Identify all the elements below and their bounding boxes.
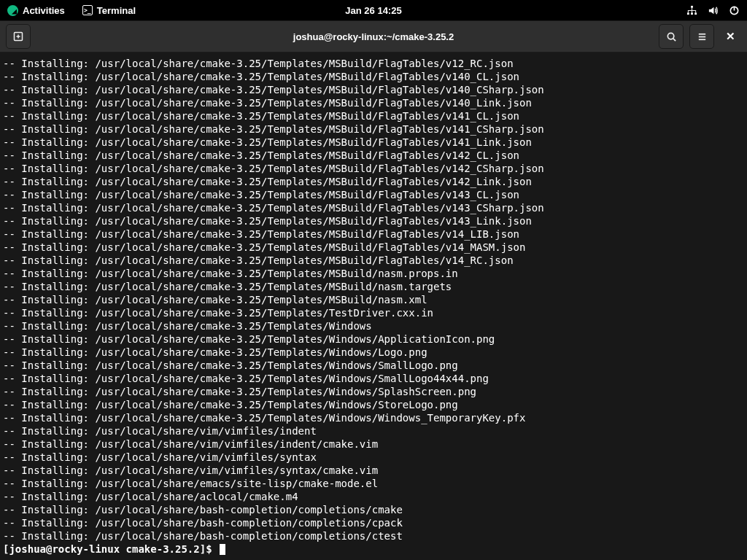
output-line: -- Installing: /usr/local/share/cmake-3.… xyxy=(3,254,744,267)
cursor xyxy=(220,544,225,555)
output-line: -- Installing: /usr/local/share/vim/vimf… xyxy=(3,424,744,438)
shell-prompt[interactable]: [joshua@rocky-linux cmake-3.25.2]$ xyxy=(3,542,744,556)
app-menu-terminal[interactable]: >_ Terminal xyxy=(82,5,136,16)
output-line: -- Installing: /usr/local/share/cmake-3.… xyxy=(3,83,744,96)
output-line: -- Installing: /usr/local/share/cmake-3.… xyxy=(3,57,744,70)
svg-rect-0 xyxy=(691,5,693,7)
output-line: -- Installing: /usr/local/share/aclocal/… xyxy=(3,490,744,503)
output-line: -- Installing: /usr/local/share/cmake-3.… xyxy=(3,188,744,201)
output-line: -- Installing: /usr/local/share/cmake-3.… xyxy=(3,201,744,214)
output-line: -- Installing: /usr/local/share/cmake-3.… xyxy=(3,319,744,332)
network-icon[interactable] xyxy=(686,5,697,16)
output-line: -- Installing: /usr/local/share/cmake-3.… xyxy=(3,241,744,254)
output-line: -- Installing: /usr/local/share/cmake-3.… xyxy=(3,70,744,83)
search-button[interactable] xyxy=(659,24,684,49)
output-line: -- Installing: /usr/local/share/cmake-3.… xyxy=(3,385,744,398)
hamburger-menu-button[interactable] xyxy=(689,24,714,49)
output-line: -- Installing: /usr/local/share/cmake-3.… xyxy=(3,228,744,241)
output-line: -- Installing: /usr/local/share/cmake-3.… xyxy=(3,411,744,424)
output-line: -- Installing: /usr/local/share/cmake-3.… xyxy=(3,175,744,188)
window-title: joshua@rocky-linux:~/cmake-3.25.2 xyxy=(293,31,454,42)
svg-rect-3 xyxy=(694,12,697,15)
svg-rect-7 xyxy=(692,10,692,12)
svg-rect-1 xyxy=(687,12,689,15)
output-line: -- Installing: /usr/local/share/cmake-3.… xyxy=(3,122,744,136)
output-line: -- Installing: /usr/local/share/bash-com… xyxy=(3,503,744,516)
output-line: -- Installing: /usr/local/share/vim/vimf… xyxy=(3,451,744,464)
terminal-output[interactable]: -- Installing: /usr/local/share/cmake-3.… xyxy=(0,52,747,560)
output-line: -- Installing: /usr/local/share/bash-com… xyxy=(3,529,744,542)
output-line: -- Installing: /usr/local/share/cmake-3.… xyxy=(3,306,744,319)
volume-icon[interactable] xyxy=(708,5,719,16)
output-line: -- Installing: /usr/local/share/cmake-3.… xyxy=(3,398,744,411)
output-line: -- Installing: /usr/local/share/cmake-3.… xyxy=(3,359,744,372)
svg-line-15 xyxy=(673,38,675,40)
output-line: -- Installing: /usr/local/share/vim/vimf… xyxy=(3,438,744,451)
terminal-icon: >_ xyxy=(82,5,93,15)
svg-rect-8 xyxy=(695,10,696,12)
new-tab-button[interactable] xyxy=(6,24,31,49)
output-line: -- Installing: /usr/local/share/cmake-3.… xyxy=(3,372,744,385)
output-line: -- Installing: /usr/local/share/vim/vimf… xyxy=(3,464,744,477)
output-line: -- Installing: /usr/local/share/cmake-3.… xyxy=(3,109,744,122)
clock-label: Jan 26 14:25 xyxy=(345,5,401,16)
gnome-topbar: Activities >_ Terminal Jan 26 14:25 xyxy=(0,0,747,20)
distro-icon xyxy=(7,5,18,16)
output-line: -- Installing: /usr/local/share/bash-com… xyxy=(3,516,744,529)
output-line: -- Installing: /usr/local/share/cmake-3.… xyxy=(3,162,744,175)
svg-rect-2 xyxy=(691,12,693,15)
output-line: -- Installing: /usr/local/share/cmake-3.… xyxy=(3,136,744,149)
svg-rect-4 xyxy=(692,7,692,10)
output-line: -- Installing: /usr/local/share/cmake-3.… xyxy=(3,293,744,306)
power-icon[interactable] xyxy=(729,5,740,16)
svg-rect-6 xyxy=(688,10,689,12)
output-line: -- Installing: /usr/local/share/cmake-3.… xyxy=(3,267,744,280)
output-line: -- Installing: /usr/local/share/cmake-3.… xyxy=(3,149,744,162)
terminal-headerbar: joshua@rocky-linux:~/cmake-3.25.2 ✕ xyxy=(0,20,747,52)
system-tray[interactable] xyxy=(686,5,740,16)
svg-point-14 xyxy=(667,33,673,39)
close-button[interactable]: ✕ xyxy=(720,30,741,43)
output-line: -- Installing: /usr/local/share/cmake-3.… xyxy=(3,346,744,359)
activities-label: Activities xyxy=(23,5,65,16)
output-line: -- Installing: /usr/local/share/cmake-3.… xyxy=(3,96,744,109)
output-line: -- Installing: /usr/local/share/cmake-3.… xyxy=(3,332,744,346)
clock[interactable]: Jan 26 14:25 xyxy=(345,5,401,16)
app-menu-label: Terminal xyxy=(97,5,136,16)
output-line: -- Installing: /usr/local/share/cmake-3.… xyxy=(3,214,744,228)
activities-button[interactable]: Activities xyxy=(7,5,65,16)
output-line: -- Installing: /usr/local/share/emacs/si… xyxy=(3,477,744,490)
output-line: -- Installing: /usr/local/share/cmake-3.… xyxy=(3,280,744,293)
